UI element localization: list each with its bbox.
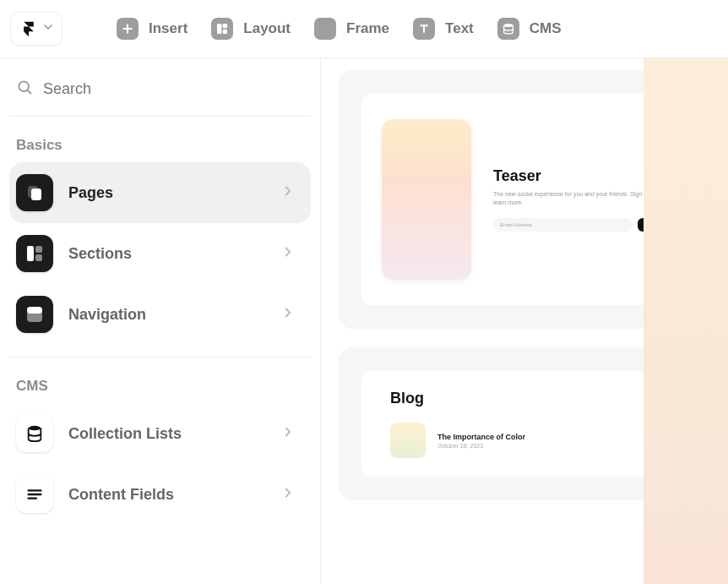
section-title-cms: CMS	[9, 357, 311, 403]
toolbar-layout[interactable]: Layout	[211, 18, 291, 40]
framer-logo-icon	[18, 18, 40, 40]
toolbar-insert[interactable]: Insert	[117, 18, 187, 40]
sidebar-item-sections[interactable]: Sections	[9, 223, 311, 284]
teaser-hero-image	[382, 119, 471, 280]
svg-point-15	[29, 426, 41, 431]
app-logo-menu[interactable]	[10, 12, 62, 46]
main-area: Basics Pages Sections Navigation	[0, 58, 728, 584]
svg-rect-2	[217, 24, 221, 34]
sidebar-item-label: Collection Lists	[68, 425, 265, 443]
sidebar-item-content-fields[interactable]: Content Fields	[9, 464, 311, 525]
sidebar-item-collection-lists[interactable]: Collection Lists	[9, 403, 311, 464]
cms-icon	[497, 18, 519, 40]
sidebar-item-navigation[interactable]: Navigation	[9, 284, 311, 345]
teaser-title: Teaser	[493, 167, 667, 185]
insert-sidebar: Basics Pages Sections Navigation	[0, 58, 321, 584]
toolbar-frame[interactable]: Frame	[314, 18, 389, 40]
blog-post-thumbnail	[390, 423, 426, 458]
pages-icon	[16, 174, 53, 211]
blog-post-meta: The Importance of Color October 18, 2023	[437, 433, 525, 449]
svg-rect-9	[31, 188, 41, 200]
sidebar-item-label: Content Fields	[68, 486, 265, 504]
navigation-icon	[16, 296, 53, 333]
teaser-text-block: Teaser The new social experience for you…	[493, 167, 667, 232]
teaser-form: Email Address Sign Up	[493, 218, 667, 232]
svg-rect-11	[35, 246, 42, 253]
sidebar-item-pages[interactable]: Pages	[9, 162, 311, 223]
toolbar-label: Text	[445, 20, 474, 37]
svg-rect-12	[35, 254, 42, 261]
blog-post-date: October 18, 2023	[437, 443, 525, 449]
chevron-right-icon	[280, 485, 296, 504]
svg-rect-10	[27, 246, 34, 261]
section-title-basics: Basics	[9, 117, 311, 162]
plus-icon	[117, 18, 139, 40]
sidebar-item-label: Sections	[68, 245, 265, 263]
toolbar-text[interactable]: Text	[413, 18, 474, 40]
chevron-right-icon	[280, 305, 296, 324]
teaser-description: The new social experience for you and yo…	[493, 190, 667, 207]
chevron-down-icon	[41, 20, 55, 37]
content-fields-icon	[16, 476, 53, 513]
sections-icon	[16, 235, 53, 272]
layout-icon	[211, 18, 233, 40]
frame-icon	[314, 18, 336, 40]
svg-point-5	[503, 24, 513, 27]
sidebar-item-label: Navigation	[68, 306, 265, 324]
blog-preview: Blog The Importance of Color October 18,…	[361, 371, 687, 477]
toolbar-label: Layout	[243, 20, 291, 37]
toolbar-cms[interactable]: CMS	[497, 18, 562, 40]
search-icon	[16, 79, 33, 99]
top-toolbar: Insert Layout Frame Text CMS	[0, 0, 728, 58]
toolbar-label: CMS	[530, 20, 562, 37]
teaser-preview: Teaser The new social experience for you…	[361, 94, 687, 305]
template-canvas: Teaser The new social experience for you…	[321, 58, 728, 584]
blog-title: Blog	[390, 390, 659, 407]
svg-rect-14	[27, 307, 42, 314]
chevron-right-icon	[280, 424, 296, 443]
sidebar-item-label: Pages	[68, 184, 265, 202]
svg-rect-3	[223, 24, 227, 28]
svg-rect-4	[223, 30, 227, 34]
canvas-background-strip	[644, 58, 728, 584]
svg-line-7	[28, 90, 31, 94]
blog-post-row: The Importance of Color October 18, 2023	[390, 423, 659, 458]
chevron-right-icon	[280, 244, 296, 263]
search-row	[9, 74, 311, 117]
database-icon	[16, 415, 53, 452]
text-icon	[413, 18, 435, 40]
toolbar-items: Insert Layout Frame Text CMS	[117, 18, 562, 40]
teaser-email-input: Email Address	[493, 218, 633, 232]
toolbar-label: Insert	[149, 20, 187, 37]
blog-post-title: The Importance of Color	[437, 433, 525, 441]
search-input[interactable]	[43, 80, 304, 98]
chevron-right-icon	[280, 183, 296, 202]
toolbar-label: Frame	[346, 20, 389, 37]
